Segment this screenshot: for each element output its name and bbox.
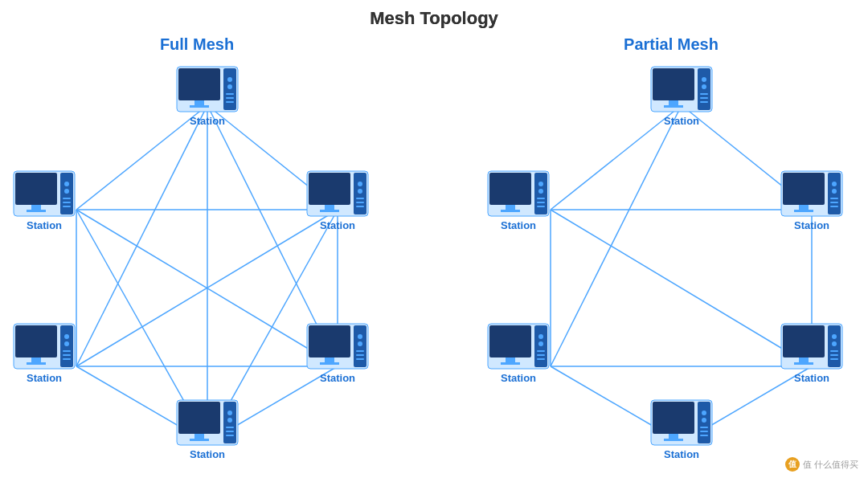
full-mesh-node-bottom-left: Station <box>12 322 76 384</box>
svg-rect-34 <box>63 198 71 199</box>
svg-rect-23 <box>226 93 234 95</box>
svg-point-142 <box>832 341 837 346</box>
svg-point-109 <box>538 189 543 194</box>
computer-icon-partial-bottom-left <box>486 322 551 370</box>
svg-line-86 <box>551 210 812 366</box>
full-mesh-label-right: Station <box>320 219 355 231</box>
svg-rect-112 <box>537 206 545 207</box>
svg-point-141 <box>832 334 837 339</box>
svg-rect-41 <box>320 210 339 212</box>
partial-mesh-label-left: Station <box>501 219 536 231</box>
svg-rect-17 <box>182 71 217 97</box>
svg-rect-29 <box>31 205 41 210</box>
watermark-text: 值 什么值得买 <box>803 459 858 471</box>
svg-rect-126 <box>493 329 528 354</box>
svg-rect-72 <box>182 405 217 431</box>
svg-rect-139 <box>794 362 813 365</box>
partial-mesh-node-bottom: Station <box>649 398 714 460</box>
partial-mesh-label-right: Station <box>794 219 829 231</box>
computer-icon-partial-bottom <box>649 398 714 447</box>
partial-mesh-node-top: Station <box>649 65 714 127</box>
svg-point-65 <box>358 334 362 339</box>
full-mesh-node-right: Station <box>305 170 370 231</box>
svg-rect-79 <box>226 431 234 432</box>
svg-rect-128 <box>501 362 520 365</box>
svg-rect-100 <box>700 97 708 99</box>
svg-rect-47 <box>356 206 364 207</box>
svg-rect-121 <box>830 198 838 199</box>
svg-rect-150 <box>664 439 683 441</box>
svg-rect-95 <box>664 105 683 108</box>
svg-line-7 <box>76 210 338 366</box>
computer-icon-bottom-left <box>12 322 76 370</box>
svg-rect-78 <box>226 427 234 428</box>
svg-rect-144 <box>830 354 838 356</box>
svg-rect-58 <box>63 358 71 360</box>
partial-mesh-node-right: Station <box>780 170 844 231</box>
svg-rect-101 <box>700 101 708 103</box>
full-mesh-node-bottom: Station <box>175 398 240 460</box>
svg-point-108 <box>538 182 543 186</box>
partial-mesh-node-bottom-right: Station <box>780 322 844 384</box>
svg-rect-25 <box>226 101 234 103</box>
svg-point-54 <box>64 334 69 339</box>
svg-point-152 <box>702 411 706 415</box>
svg-point-130 <box>538 334 543 339</box>
svg-rect-28 <box>18 176 54 202</box>
svg-rect-24 <box>226 97 234 99</box>
computer-icon-partial-left <box>486 170 551 218</box>
watermark-icon: 值 <box>785 457 800 472</box>
svg-rect-110 <box>537 198 545 199</box>
full-mesh-node-left: Station <box>12 170 76 231</box>
svg-point-43 <box>358 182 362 186</box>
full-mesh-node-top: Station <box>175 65 240 127</box>
partial-mesh-label-bottom-right: Station <box>794 372 829 384</box>
svg-rect-30 <box>27 210 46 212</box>
partial-mesh-label-bottom: Station <box>664 448 699 460</box>
svg-point-153 <box>702 418 706 423</box>
svg-point-55 <box>64 341 69 346</box>
svg-rect-80 <box>226 435 234 436</box>
svg-point-66 <box>358 341 362 346</box>
svg-rect-148 <box>656 405 691 431</box>
full-mesh-label-left: Station <box>27 219 62 231</box>
svg-rect-57 <box>63 354 71 356</box>
computer-icon-partial-top <box>649 65 714 113</box>
svg-point-32 <box>64 182 69 186</box>
computer-icon-left <box>12 170 76 218</box>
svg-rect-99 <box>700 93 708 95</box>
svg-point-21 <box>227 77 232 82</box>
svg-rect-137 <box>786 329 821 354</box>
computer-icon-bottom <box>175 398 240 447</box>
svg-rect-154 <box>700 427 708 428</box>
svg-rect-51 <box>31 357 41 362</box>
computer-icon-right <box>305 170 370 218</box>
partial-mesh-node-left: Station <box>486 170 551 231</box>
svg-rect-122 <box>830 202 838 203</box>
svg-rect-138 <box>799 357 809 362</box>
svg-line-2 <box>76 105 207 366</box>
svg-rect-134 <box>537 358 545 360</box>
svg-rect-69 <box>356 358 364 360</box>
svg-rect-56 <box>63 350 71 352</box>
svg-point-120 <box>832 189 837 194</box>
svg-rect-106 <box>501 210 520 212</box>
svg-rect-18 <box>194 100 204 105</box>
svg-rect-115 <box>786 176 821 202</box>
partial-mesh-title: Partial Mesh <box>474 35 868 54</box>
svg-rect-145 <box>830 358 838 360</box>
svg-rect-73 <box>194 434 204 439</box>
svg-point-98 <box>702 84 706 89</box>
full-mesh-title: Full Mesh <box>0 35 394 54</box>
full-mesh-node-bottom-right: Station <box>305 322 370 384</box>
diagrams-row: Full Mesh <box>0 29 868 478</box>
partial-mesh-diagram: Partial Mesh <box>474 29 868 478</box>
svg-rect-149 <box>669 434 678 439</box>
svg-point-44 <box>358 189 362 194</box>
svg-rect-143 <box>830 350 838 352</box>
svg-rect-36 <box>63 206 71 207</box>
svg-rect-46 <box>356 202 364 203</box>
svg-rect-74 <box>190 439 209 441</box>
svg-rect-63 <box>320 362 339 365</box>
full-mesh-diagram: Full Mesh <box>0 29 394 478</box>
